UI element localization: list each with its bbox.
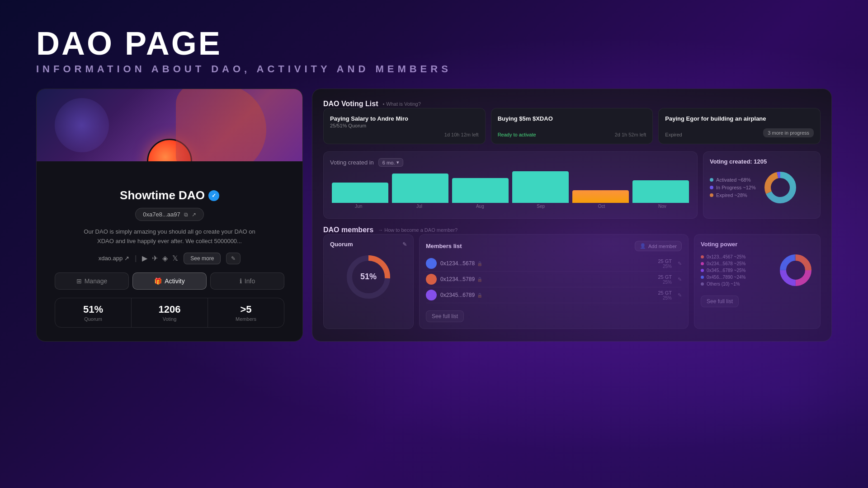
info-tab[interactable]: ℹ Info bbox=[210, 272, 284, 290]
voting-card-1-title: Paying Salary to Andre Miro bbox=[330, 115, 479, 123]
quorum-stat: 51% Quorum bbox=[55, 298, 132, 327]
verified-icon: ✓ bbox=[208, 190, 219, 201]
bar-aug bbox=[452, 178, 509, 203]
voting-card-1[interactable]: Paying Salary to Andre Miro 25/51% Quoru… bbox=[323, 108, 486, 144]
bar-sep bbox=[512, 171, 569, 203]
members-list-card: Members list 👤 Add member 0x1234...5678 … bbox=[419, 234, 689, 329]
member-tokens-3: 25 GT 25% bbox=[658, 290, 672, 300]
members-value: >5 bbox=[215, 304, 277, 315]
voting-value: 1206 bbox=[139, 304, 200, 315]
edit-button[interactable]: ✎ bbox=[226, 253, 241, 264]
external-link-icon[interactable]: ↗ bbox=[192, 211, 196, 218]
member-address-1: 0x1234...5678 🔒 bbox=[440, 260, 654, 267]
more-in-progress-badge: 3 more in progress bbox=[763, 128, 814, 137]
wallet-address[interactable]: 0xa7e8...aa97 ⧉ ↗ bbox=[135, 208, 203, 221]
manage-tab[interactable]: ⊞ Manage bbox=[55, 272, 129, 290]
member-address-3: 0x2345...6789 🔒 bbox=[440, 292, 654, 298]
member-avatar-3 bbox=[426, 290, 437, 300]
dao-info-card: DAO Voting List • What is Voting? Paying… bbox=[312, 89, 832, 342]
activity-tab[interactable]: 🎁 Activity bbox=[132, 272, 207, 290]
voting-list-title: DAO Voting List bbox=[323, 100, 378, 108]
member-edit-1[interactable]: ✎ bbox=[678, 261, 682, 267]
dao-name: Showtime DAO ✓ bbox=[50, 188, 289, 202]
copy-icon[interactable]: ⧉ bbox=[184, 211, 188, 218]
quorum-donut: 51% bbox=[330, 252, 407, 302]
voting-list-section: DAO Voting List • What is Voting? Paying… bbox=[323, 100, 821, 144]
avatar-wrap: 🏅 bbox=[147, 139, 192, 161]
avatar bbox=[147, 139, 192, 161]
external-icon: ↗ bbox=[124, 255, 129, 262]
how-to-link[interactable]: → How to become a DAO member? bbox=[378, 227, 458, 233]
website-link[interactable]: xdao.app ↗ bbox=[99, 255, 130, 262]
donut-chart bbox=[762, 169, 798, 206]
card-body: Showtime DAO ✓ 0xa7e8...aa97 ⧉ ↗ Our DAO… bbox=[37, 161, 302, 337]
quorum-card-label: Quorum ✎ bbox=[330, 241, 407, 248]
members-grid: Quorum ✎ 51% Members list bbox=[323, 234, 821, 329]
bar-jul bbox=[392, 174, 448, 203]
member-edit-2[interactable]: ✎ bbox=[678, 277, 682, 282]
chart-title: Voting created in bbox=[330, 159, 374, 166]
vp-see-full-button[interactable]: See full list bbox=[701, 296, 739, 307]
banner: 🏅 bbox=[37, 89, 302, 161]
member-address-2: 0x1234...5789 🔒 bbox=[440, 276, 654, 282]
member-row-3: 0x2345...6789 🔒 25 GT 25% ✎ bbox=[426, 287, 682, 303]
voting-cards: Paying Salary to Andre Miro 25/51% Quoru… bbox=[323, 108, 821, 144]
donut-content: Activated ~68% In Progress ~12% Expired … bbox=[710, 169, 814, 206]
vp-item-5: Others (10) ~1% bbox=[701, 282, 772, 286]
chart-header: Voting created in 6 mo. ▾ bbox=[330, 158, 691, 167]
period-select[interactable]: 6 mo. ▾ bbox=[378, 158, 404, 167]
quorum-chart: 51% bbox=[344, 252, 393, 302]
social-links: xdao.app ↗ | ▶ ✈ ◈ 𝕏 See more ✎ bbox=[50, 253, 289, 264]
page-title: DAO PAGE bbox=[36, 27, 832, 60]
see-full-list-button[interactable]: See full list bbox=[426, 310, 464, 322]
voting-card-2[interactable]: Buying $5m $XDAO Ready to activate 2d 1h… bbox=[491, 108, 653, 144]
bar-chart-card: Voting created in 6 mo. ▾ bbox=[323, 151, 698, 219]
members-stat: >5 Members bbox=[208, 298, 284, 327]
quorum-edit-icon[interactable]: ✎ bbox=[402, 241, 407, 248]
quorum-label: Quorum bbox=[62, 316, 124, 322]
member-edit-3[interactable]: ✎ bbox=[678, 292, 682, 298]
bar-labels: Jun Jul Aug Sep Oct Nov bbox=[330, 204, 691, 209]
members-title: DAO members bbox=[323, 226, 373, 234]
voting-time-2: 2d 1h 52m left bbox=[615, 132, 646, 137]
voting-header: DAO Voting List • What is Voting? bbox=[323, 100, 821, 108]
page-header: DAO PAGE INFORMATION ABOUT DAO, ACTIVITY… bbox=[0, 0, 868, 89]
bar-jun bbox=[332, 183, 388, 203]
stats-bar: 51% Quorum 1206 Voting >5 Members bbox=[55, 298, 284, 328]
voting-time-1: 1d 10h 12m left bbox=[444, 132, 479, 137]
members-label: Members bbox=[215, 316, 277, 322]
bar-oct bbox=[572, 190, 629, 203]
voting-label: Voting bbox=[139, 316, 200, 322]
dot-icon: • bbox=[382, 101, 384, 107]
telegram-icon[interactable]: ✈ bbox=[152, 254, 158, 263]
voting-power-title: Voting power bbox=[701, 241, 814, 248]
video-icon[interactable]: ▶ bbox=[142, 254, 147, 263]
see-more-button[interactable]: See more bbox=[184, 253, 221, 264]
add-member-button[interactable]: 👤 Add member bbox=[635, 241, 682, 251]
legend-activated: Activated ~68% bbox=[710, 177, 756, 183]
voting-card-3[interactable]: Paying Egor for building an airplane Exp… bbox=[658, 108, 821, 144]
dao-profile-card: 🏅 Showtime DAO ✓ 0xa7e8...aa97 ⧉ ↗ Our D… bbox=[36, 89, 303, 342]
vp-item-1: 0x123...4567 ~25% bbox=[701, 254, 772, 259]
vp-item-4: 0x456...7890 ~24% bbox=[701, 275, 772, 280]
dao-members-section: DAO members → How to become a DAO member… bbox=[323, 226, 821, 329]
bar-chart: Jun Jul Aug Sep Oct Nov bbox=[330, 171, 691, 212]
member-tokens-2: 25 GT 25% bbox=[658, 274, 672, 285]
discord-icon[interactable]: ◈ bbox=[162, 254, 168, 263]
voting-stats-title: Voting created: 1205 bbox=[710, 158, 814, 165]
quorum-card: Quorum ✎ 51% bbox=[323, 234, 414, 329]
vp-legend: 0x123...4567 ~25% 0x234...5678 ~25% 0x34… bbox=[701, 254, 772, 286]
member-tokens-1: 25 GT 25% bbox=[658, 258, 672, 269]
charts-row: Voting created in 6 mo. ▾ bbox=[323, 151, 821, 219]
social-icons: ▶ ✈ ◈ 𝕏 bbox=[142, 254, 178, 263]
voting-card-3-title: Paying Egor for building an airplane bbox=[665, 115, 814, 123]
member-row-1: 0x1234...5678 🔒 25 GT 25% ✎ bbox=[426, 256, 682, 272]
members-list-title: Members list bbox=[426, 243, 462, 249]
twitter-icon[interactable]: 𝕏 bbox=[172, 254, 178, 263]
tab-bar: ⊞ Manage 🎁 Activity ℹ Info bbox=[50, 272, 289, 290]
what-is-voting-link[interactable]: • What is Voting? bbox=[382, 101, 420, 107]
vp-item-2: 0x234...5678 ~25% bbox=[701, 261, 772, 266]
bar-nov bbox=[632, 180, 689, 203]
legend-in-progress: In Progress ~12% bbox=[710, 185, 756, 190]
voting-quorum-1: 25/51% Quorum bbox=[330, 123, 479, 128]
